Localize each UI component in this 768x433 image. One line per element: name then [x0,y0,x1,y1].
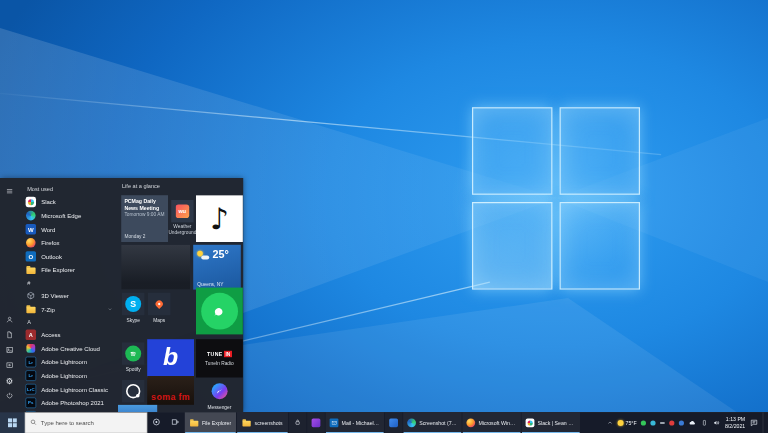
taskbar-clock[interactable]: 1:13 PM 8/2/2021 [725,416,745,429]
app-label: Word [41,226,55,233]
user-account-button[interactable] [2,314,16,328]
tray-app-blue[interactable] [679,412,684,433]
onedrive-icon[interactable] [689,412,697,433]
whatsapp-icon [201,293,238,330]
taskbar: Type here to search File Explorer screen… [0,412,768,433]
bandcamp-icon: b [163,344,178,369]
system-tray: 75°F 1:13 PM 8/2/2021 [607,412,768,433]
tile-weather[interactable]: 25° Queens, NY [193,245,241,290]
taskbar-window-mail[interactable]: Mail - Michael Mu… [326,412,384,433]
tile-whatsapp[interactable] [196,288,243,335]
desktop-screen: ⚙ Most used Slack Microsoft Edge W Word [0,0,768,433]
start-menu: ⚙ Most used Slack Microsoft Edge W Word [0,178,243,412]
app-label: Adobe Creative Cloud [41,345,100,352]
app-item-adobe-photoshop-2021[interactable]: Ps Adobe Photoshop 2021 [19,396,118,410]
app-label: Access [41,331,60,338]
windows-logo-icon [8,418,17,427]
documents-button[interactable] [2,329,16,343]
start-button[interactable] [0,412,25,433]
weather-widget[interactable]: 75°F [618,412,637,433]
tile-partially-visible[interactable] [118,405,157,412]
edge-icon [407,418,416,427]
power-button[interactable] [2,390,16,404]
pictures-icon [6,346,14,356]
taskbar-pinned-purple-app[interactable] [307,412,325,433]
pictures-button[interactable] [2,344,16,358]
edge-icon [26,210,36,220]
music-note-icon: ♪ [210,201,229,235]
search-placeholder: Type here to search [41,419,94,426]
app-item-file-explorer[interactable]: File Explorer [19,263,118,277]
slack-icon [26,197,36,207]
app-item-adobe-lightroom[interactable]: Lr Adobe Lightroom [19,355,118,369]
tile-groove-music[interactable]: ♪ [196,195,243,242]
folder-icon [26,265,36,275]
app-item-adobe-lightroom-2[interactable]: Lr Adobe Lightroom [19,369,118,383]
app-label: Adobe Lightroom [41,359,87,366]
videos-icon [6,361,14,371]
windows-logo-pane [472,202,552,290]
taskbar-window-screenshots[interactable]: screenshots [237,412,288,433]
show-desktop-button[interactable] [763,412,767,433]
cortana-button[interactable] [147,412,165,433]
action-center-button[interactable] [750,412,759,433]
tray-app-teal[interactable] [651,412,656,433]
tunein-icon: TUNE IN [207,351,232,357]
outlook-icon: O [26,251,36,261]
app-item-3d-viewer[interactable]: 3D Viewer [19,289,118,303]
taskbar-pinned-blue-app[interactable] [385,412,403,433]
settings-button[interactable]: ⚙ [2,374,16,388]
tile-skype[interactable]: S Skype [121,293,145,323]
section-header-hash[interactable]: # [19,277,118,289]
tray-app-green[interactable] [641,412,646,433]
tile-soma-fm[interactable]: soma fm [147,376,194,405]
app-label: Outlook [41,253,62,260]
calendar-event-title: PCMag Daily News Meeting [124,198,164,210]
app-label: File Explorer [41,267,75,274]
app-item-microsoft-edge[interactable]: Microsoft Edge [19,209,118,223]
tile-spotify[interactable]: Spotify [121,342,145,372]
taskbar-window-file-explorer[interactable]: File Explorer [185,412,236,433]
tile-bandcamp[interactable]: b [147,339,194,377]
hamburger-icon [6,187,14,197]
app-item-adobe-creative-cloud[interactable]: Adobe Creative Cloud [19,342,118,356]
volume-icon[interactable] [713,412,721,433]
tile-tunein-radio[interactable]: TUNE IN TuneIn Radio [196,339,243,377]
start-tiles-area: Life at a glance PCMag Daily News Meetin… [118,178,243,412]
taskbar-window-firefox[interactable]: Microsoft Window… [462,412,520,433]
app-item-access[interactable]: A Access [19,328,118,342]
tile-group-title[interactable]: Life at a glance [122,183,160,189]
app-label: Adobe Photoshop 2021 [41,399,104,406]
lightroom-classic-icon: LrC [26,384,36,394]
your-phone-icon[interactable] [701,412,708,433]
taskbar-pinned-lock-app[interactable] [289,412,307,433]
tile-maps[interactable]: Maps [147,293,171,323]
app-item-outlook[interactable]: O Outlook [19,250,118,264]
photoshop-icon: Ps [26,398,36,408]
tile-weather-underground[interactable]: wu [171,200,193,222]
mail-icon [330,418,339,427]
cube-icon [26,290,36,300]
task-view-button[interactable] [166,412,184,433]
expand-menu-button[interactable] [2,185,16,199]
videos-button[interactable] [2,359,16,373]
app-item-slack[interactable]: Slack [19,195,118,209]
sun-icon [618,420,624,426]
app-item-adobe-lightroom-classic[interactable]: LrC Adobe Lightroom Classic [19,382,118,396]
tile-photos[interactable] [121,245,190,290]
hidden-icons-button[interactable] [607,412,613,433]
section-header-a[interactable]: A [19,316,118,328]
app-item-7zip-folder[interactable]: 7-Zip [19,302,118,316]
tile-label: Maps [147,317,171,323]
tile-calendar[interactable]: PCMag Daily News Meeting Tomorrow 9:00 A… [121,195,168,242]
app-item-word[interactable]: W Word [19,222,118,236]
tray-app-red[interactable] [669,412,674,433]
word-icon: W [26,224,36,234]
app-item-firefox[interactable]: Firefox [19,236,118,250]
document-icon [6,331,14,341]
taskbar-window-screenshot-image[interactable]: Screenshot (75).pn… [403,412,461,433]
tile-messenger[interactable]: Messenger [196,380,243,410]
taskbar-window-slack[interactable]: Slack | Sean Carrol… [522,412,580,433]
tray-app-gray[interactable] [660,412,665,433]
search-input[interactable]: Type here to search [25,412,147,433]
